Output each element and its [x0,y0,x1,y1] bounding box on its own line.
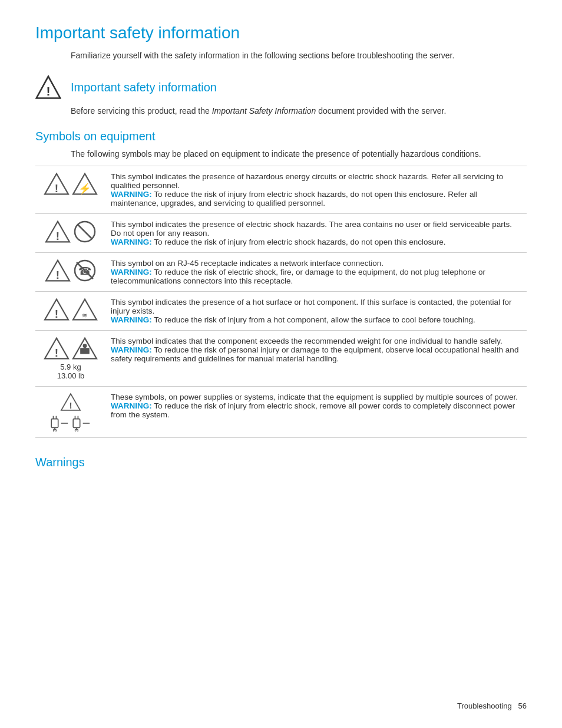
svg-point-23 [83,344,87,348]
lightning-triangle-icon: ⚡ [72,172,98,196]
svg-text:!: ! [56,269,59,281]
symbol-desc-4: This symbol indicates the presence of a … [106,292,527,331]
weight-info: 5.9 kg 13.00 lb [40,363,101,380]
symbol-cell-5: ! 5.9 kg 13.00 lb [35,331,106,387]
exclaim-tri-4-icon: ! [44,337,70,360]
symbols-intro: The following symbols may be placed on e… [71,149,527,159]
symbol-desc-3: This symbol on an RJ-45 receptacle indic… [106,253,527,292]
table-row: ! ≋ This symbol indicates the presence o… [35,292,527,331]
exclaim-tri-2-icon: ! [45,259,71,282]
svg-text:≋: ≋ [82,312,88,319]
svg-text:⚡: ⚡ [78,182,91,195]
no-service-circle-icon [73,220,97,243]
symbols-title: Symbols on equipment [35,130,527,143]
svg-line-9 [78,225,92,239]
warnings-section: Warnings [35,456,527,469]
symbol-desc-5: This symbol indicates that the component… [106,331,527,387]
symbol-cell-3: ! ☎ [35,253,106,292]
footer-text: Troubleshooting [457,701,512,710]
symbol-cell-6: ! [35,387,106,438]
svg-text:!: ! [55,347,58,359]
page-title: Important safety information [35,24,527,42]
svg-text:!: ! [69,400,72,410]
symbols-section: Symbols on equipment The following symbo… [35,130,527,438]
symbols-table: ! ⚡ This symbol indicates the presence o… [35,166,527,438]
symbol-desc-6: These symbols, on power supplies or syst… [106,387,527,438]
hot-surface-triangle-icon: ≋ [72,298,98,321]
table-row: ! [35,387,527,438]
power-triangle-icon: ! [60,393,81,411]
phone-prohibited-icon: ☎ [73,259,97,282]
intro-text: Familiarize yourself with the safety inf… [71,51,527,60]
svg-text:!: ! [56,230,59,242]
page-number: 56 [518,701,527,710]
power-cord-1-icon [50,415,70,431]
exclaim-triangle-icon: ! [45,220,71,243]
svg-rect-32 [73,419,80,428]
safety-info-header: ! Important safety information [35,74,527,100]
svg-text:!: ! [46,84,50,98]
symbol-cell-2: ! [35,214,106,253]
svg-rect-22 [80,348,90,354]
table-row: ! ☎ This symbol on an RJ-45 receptacle i… [35,253,527,292]
symbol-desc-1: This symbol indicates the presence of ha… [106,166,527,214]
warning-triangle-icon: ! [35,74,61,100]
page-footer: Troubleshooting 56 [457,701,527,710]
safety-info-subtitle: Important safety information [71,81,217,94]
svg-text:!: ! [55,308,58,320]
svg-text:!: ! [55,182,58,195]
table-row: ! 5.9 kg 13.00 lb This symbol indicates … [35,331,527,387]
weight-triangle-icon [72,337,98,360]
safety-info-body: Before servicing this product, read the … [71,106,527,116]
symbol-cell-4: ! ≋ [35,292,106,331]
table-row: ! This symbol indicates the presence of … [35,214,527,253]
svg-rect-26 [51,419,58,428]
table-row: ! ⚡ This symbol indicates the presence o… [35,166,527,214]
hazard-triangle-icon: ! [44,172,70,196]
exclaim-tri-3-icon: ! [44,298,70,321]
symbol-desc-2: This symbol indicates the presence of el… [106,214,527,253]
power-cord-2-icon [72,415,92,431]
symbol-cell-1: ! ⚡ [35,166,106,214]
warnings-title: Warnings [35,456,527,469]
